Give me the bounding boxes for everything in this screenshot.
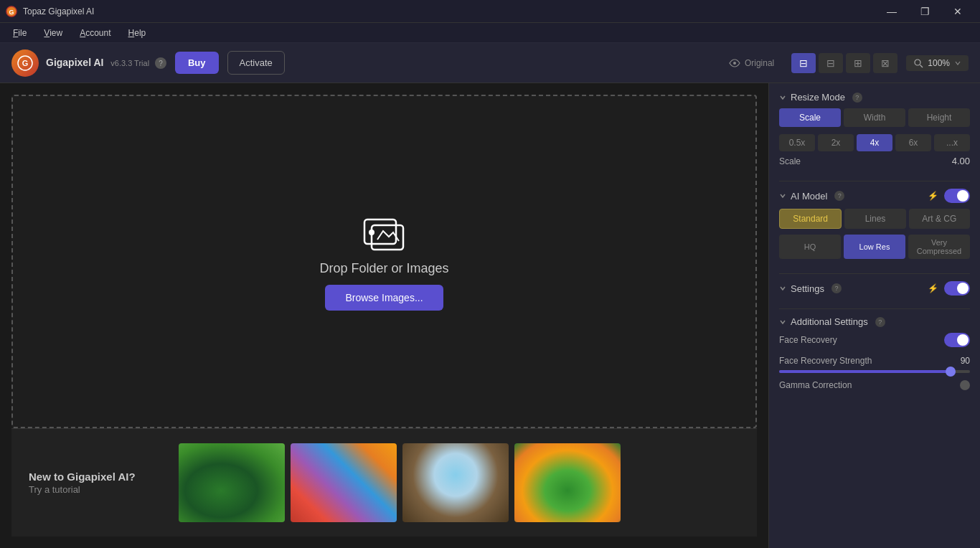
quality-tab-compressed[interactable]: Very Compressed — [908, 235, 970, 259]
tutorial-images — [179, 443, 621, 522]
model-tab-artcg[interactable]: Art & CG — [909, 209, 970, 229]
face-strength-value: 90 — [961, 356, 970, 366]
ai-model-toggle[interactable] — [944, 189, 970, 203]
lightning-icon: ⚡ — [928, 191, 938, 201]
scale-btn-0.5x[interactable]: 0.5x — [779, 134, 815, 151]
zoom-control[interactable]: 100% — [906, 55, 969, 71]
svg-line-6 — [920, 65, 923, 67]
gamma-correction-row: Gamma Correction — [779, 380, 970, 390]
svg-point-9 — [369, 230, 374, 235]
tutorial-section: New to Gigapixel AI? Try a tutorial — [11, 428, 757, 537]
ai-model-section: AI Model ? ⚡ Standard Lines Art & CG HQ … — [779, 181, 970, 266]
face-strength-thumb[interactable] — [946, 367, 956, 377]
drop-text: Drop Folder or Images — [319, 261, 448, 276]
scale-btn-custom[interactable]: ...x — [934, 134, 970, 151]
original-label: Original — [745, 58, 774, 68]
scale-btn-2x[interactable]: 2x — [818, 134, 854, 151]
face-recovery-label: Face Recovery — [779, 335, 837, 345]
app-version: v6.3.3 Trial — [110, 59, 149, 67]
lizard-image — [179, 443, 285, 522]
mode-tab-scale[interactable]: Scale — [779, 108, 841, 127]
face-strength-container: Face Recovery Strength 90 — [779, 356, 970, 373]
view-controls: ⊟ ⊟ ⊞ ⊠ — [791, 53, 897, 73]
buy-button[interactable]: Buy — [175, 52, 219, 74]
menu-account[interactable]: Account — [72, 27, 118, 39]
scale-row: Scale 4.00 — [779, 156, 970, 166]
mode-tab-height[interactable]: Height — [908, 108, 970, 127]
title-bar-controls: — ❐ ✕ — [875, 0, 974, 23]
maximize-button[interactable]: ❐ — [908, 0, 941, 23]
app-help-badge[interactable]: ? — [155, 57, 166, 69]
gamma-toggle[interactable] — [960, 380, 970, 390]
scale-label: Scale — [779, 156, 801, 166]
resize-mode-header: Resize Mode ? — [779, 92, 970, 103]
additional-settings-title: Additional Settings — [791, 316, 868, 327]
menu-file[interactable]: File — [6, 27, 34, 39]
settings-toggle[interactable] — [944, 281, 970, 296]
model-tab-lines[interactable]: Lines — [844, 209, 905, 229]
menu-view[interactable]: View — [37, 27, 70, 39]
toolbar: G Gigapixel AI v6.3.3 Trial ? Buy Activa… — [0, 43, 980, 83]
scale-btn-4x[interactable]: 4x — [857, 134, 892, 151]
settings-title: Settings — [791, 283, 824, 294]
settings-collapse-icon — [779, 285, 786, 292]
scale-btn-6x[interactable]: 6x — [895, 134, 931, 151]
face-strength-fill — [779, 370, 951, 373]
ai-model-help[interactable]: ? — [834, 191, 844, 201]
tutorial-thumb-fabric[interactable] — [291, 443, 397, 522]
zoom-value: 100% — [928, 58, 950, 68]
view-quad[interactable]: ⊠ — [873, 53, 897, 73]
mode-tab-width[interactable]: Width — [844, 108, 905, 127]
minimize-button[interactable]: — — [875, 0, 908, 23]
settings-help[interactable]: ? — [831, 283, 842, 293]
model-tabs: Standard Lines Art & CG — [779, 209, 970, 229]
settings-header: Settings ? ⚡ — [779, 281, 970, 296]
menu-help[interactable]: Help — [121, 27, 154, 39]
settings-toggle-knob — [957, 283, 969, 294]
face-strength-track[interactable] — [779, 370, 970, 373]
additional-settings-section: Additional Settings ? Face Recovery Face… — [779, 308, 970, 390]
face-strength-label: Face Recovery Strength — [779, 356, 872, 366]
resize-mode-help[interactable]: ? — [852, 93, 862, 103]
drop-icon — [362, 212, 407, 252]
fabric-image — [291, 443, 397, 522]
ai-collapse-icon — [779, 192, 786, 199]
tutorial-thumb-owl[interactable] — [402, 443, 509, 522]
butterfly-image — [514, 443, 621, 522]
model-tab-standard[interactable]: Standard — [779, 209, 842, 229]
quality-tab-hq[interactable]: HQ — [779, 235, 841, 259]
app-icon: G — [6, 6, 17, 17]
ai-model-title: AI Model — [791, 191, 827, 202]
settings-lightning-icon: ⚡ — [928, 283, 938, 293]
drop-zone[interactable]: Drop Folder or Images Browse Images... — [11, 95, 757, 428]
quality-tab-lowres[interactable]: Low Res — [844, 235, 905, 259]
app-info: Gigapixel AI v6.3.3 Trial ? — [46, 57, 166, 70]
resize-mode-section: Resize Mode ? Scale Width Height 0.5x 2x… — [779, 92, 970, 174]
svg-text:G: G — [22, 59, 29, 67]
close-button[interactable]: ✕ — [941, 0, 974, 23]
ai-model-toggle-knob — [957, 190, 969, 202]
window-title: Topaz Gigapixel AI — [23, 6, 94, 16]
resize-mode-title: Resize Mode — [791, 92, 845, 103]
scale-buttons: 0.5x 2x 4x 6x ...x — [779, 134, 970, 151]
view-single[interactable]: ⊟ — [791, 53, 816, 73]
activate-button[interactable]: Activate — [227, 51, 285, 75]
owl-image — [402, 443, 509, 522]
scale-value: 4.00 — [952, 156, 970, 166]
view-split-h[interactable]: ⊟ — [819, 53, 843, 73]
right-panel: Resize Mode ? Scale Width Height 0.5x 2x… — [768, 83, 980, 548]
svg-point-4 — [733, 62, 736, 65]
original-toggle[interactable]: Original — [729, 57, 774, 69]
tutorial-text: New to Gigapixel AI? Try a tutorial — [29, 471, 136, 495]
additional-settings-help[interactable]: ? — [875, 317, 885, 327]
eye-icon — [729, 57, 740, 69]
tutorial-thumb-lizard[interactable] — [179, 443, 285, 522]
face-strength-label-row: Face Recovery Strength 90 — [779, 356, 970, 366]
view-split-v[interactable]: ⊞ — [846, 53, 870, 73]
svg-point-5 — [915, 60, 920, 65]
face-recovery-toggle[interactable] — [944, 333, 970, 347]
quality-tabs: HQ Low Res Very Compressed — [779, 235, 970, 259]
tutorial-thumb-butterfly[interactable] — [514, 443, 621, 522]
browse-button[interactable]: Browse Images... — [325, 285, 443, 311]
svg-rect-8 — [372, 225, 403, 250]
